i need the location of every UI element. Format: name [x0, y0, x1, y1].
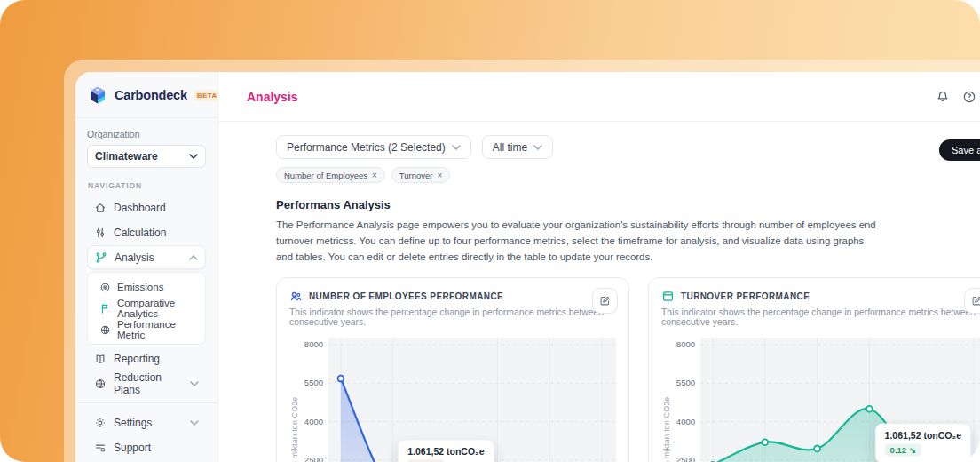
help-icon[interactable]: [962, 90, 976, 104]
save-as-pdf-button[interactable]: Save as PDF: [939, 139, 980, 161]
gear-icon: [94, 417, 107, 429]
card-title: NUMBER OF EMPLOYEES PERFORMANCE: [309, 291, 503, 301]
card-subtitle: This indicator shows the percentage chan…: [289, 307, 616, 327]
chip-label: Number of Employees: [284, 171, 368, 180]
tooltip-trend-badge: 0.12 ↘: [885, 443, 921, 456]
chip-turnover[interactable]: Turnover ×: [391, 167, 451, 183]
branch-icon: [95, 251, 107, 264]
sidebar-item-reduction-plans[interactable]: Reduction Plans: [87, 371, 206, 395]
employees-chart: Emisyon miktarı ton CO2e 800055004000250…: [289, 338, 616, 462]
page-body: Performance Metrics (2 Selected) All tim…: [218, 122, 980, 462]
card-subtitle: This indicator shows the percentage chan…: [661, 307, 980, 327]
metrics-dropdown[interactable]: Performance Metrics (2 Selected): [276, 135, 471, 159]
sidebar-item-label: Support: [114, 442, 151, 454]
app-window: Carbondeck BETA Organization Climateware…: [75, 72, 980, 462]
sidebar-item-label: Calculation: [114, 227, 166, 239]
edit-chart-button[interactable]: [964, 288, 980, 314]
page-title: Analysis: [247, 90, 298, 104]
filter-chips: Number of Employees × Turnover ×: [276, 167, 980, 183]
sidebar-item-label: Emissions: [117, 282, 163, 292]
timeframe-dropdown-value: All time: [493, 141, 527, 154]
sidebar-item-analysis[interactable]: Analysis: [87, 245, 206, 269]
sidebar-item-settings[interactable]: Settings: [87, 410, 206, 434]
sidebar-divider: [75, 117, 217, 118]
y-axis-label: Emisyon miktarı ton CO2e: [661, 338, 672, 462]
sidebar-divider: [75, 402, 217, 403]
app-background: Carbondeck BETA Organization Climateware…: [0, 0, 980, 462]
y-tick-label: 2500: [304, 455, 323, 462]
sidebar-item-reporting[interactable]: Reporting: [87, 346, 206, 370]
main-content: Analysis Performance Metrics (2 Selected…: [218, 72, 980, 462]
sidebar-item-calculation[interactable]: Calculation: [87, 220, 206, 244]
edit-chart-button[interactable]: [592, 288, 618, 314]
sidebar-item-performance-metric[interactable]: Performance Metric: [92, 319, 201, 340]
y-axis-label: Emisyon miktarı ton CO2e: [289, 338, 300, 462]
section-header: Performans Analysis The Performance Anal…: [276, 198, 980, 265]
tooltip-value: 1.061,52 tonCO₂e: [885, 429, 961, 440]
chip-number-of-employees[interactable]: Number of Employees ×: [276, 167, 385, 183]
organization-label: Organization: [87, 129, 206, 139]
organization-select[interactable]: Climateware: [87, 145, 206, 168]
turnover-performance-card: TURNOVER PERFORMANCE This indicator show…: [648, 277, 980, 462]
sidebar-item-label: Analysis: [115, 251, 154, 264]
timeframe-dropdown[interactable]: All time: [482, 135, 553, 159]
brand-name: Carbondeck: [115, 88, 187, 102]
trend-value: 0.12: [890, 445, 907, 455]
globe-icon: [94, 378, 107, 390]
y-tick-label: 8000: [304, 339, 323, 349]
chevron-down-icon: [190, 420, 199, 426]
sidebar-item-label: Reduction Plans: [114, 371, 176, 396]
topbar: Analysis: [218, 72, 980, 122]
brand-logo: Carbondeck BETA: [87, 84, 206, 106]
chip-label: Turnover: [399, 171, 433, 180]
chevron-down-icon: [189, 154, 198, 159]
close-icon[interactable]: ×: [372, 171, 377, 180]
sidebar-item-support[interactable]: Support: [87, 435, 206, 459]
carbondeck-cube-icon: [87, 84, 108, 106]
sidebar-item-label: Performance Metric: [117, 319, 194, 340]
home-icon: [94, 202, 107, 214]
tooltip-value: 1.061,52 tonCO₂e: [407, 446, 484, 457]
sidebar-item-dashboard[interactable]: Dashboard: [87, 195, 206, 219]
bell-icon[interactable]: [936, 90, 950, 104]
sidebar-item-label: Dashboard: [114, 202, 166, 214]
trend-arrow-icon: ↘: [909, 445, 916, 455]
section-description: The Performance Analysis page empowers y…: [276, 217, 878, 265]
close-icon[interactable]: ×: [438, 171, 443, 180]
sidebar-item-label: Comparative Analytics: [117, 298, 194, 319]
y-tick-label: 2500: [676, 455, 695, 462]
support-icon: [94, 442, 107, 454]
y-axis-ticks: 8000550040002500500: [300, 338, 325, 462]
navigation-section-label: NAVIGATION: [88, 181, 205, 190]
chevron-down-icon: [452, 145, 461, 150]
chevron-down-icon: [190, 381, 199, 386]
turnover-chart: Emisyon miktarı ton CO2e 800055004000250…: [661, 338, 980, 462]
sidebar-item-label: Settings: [114, 417, 152, 429]
sidebar-item-emissions[interactable]: Emissions: [92, 276, 201, 298]
globe-grid-icon: [99, 324, 111, 336]
y-tick-label: 8000: [676, 339, 695, 349]
beta-badge: BETA: [194, 90, 221, 101]
y-tick-label: 5500: [676, 378, 695, 387]
filter-bar: Performance Metrics (2 Selected) All tim…: [276, 135, 980, 159]
y-axis-ticks: 8000550040002500500: [672, 338, 697, 462]
chart-tooltip: 1.061,52 tonCO₂e 0.02 ↗: [398, 440, 494, 462]
organization-value: Climateware: [95, 150, 158, 163]
sidebar: Carbondeck BETA Organization Climateware…: [75, 72, 218, 462]
sliders-icon: [94, 227, 107, 239]
section-title: Performans Analysis: [276, 198, 980, 211]
card-title: TURNOVER PERFORMANCE: [681, 291, 810, 301]
chart-tooltip: 1.061,52 tonCO₂e 0.12 ↘: [875, 423, 971, 462]
chevron-down-icon: [533, 145, 542, 150]
sidebar-item-comparative-analytics[interactable]: Comparative Analytics: [92, 298, 201, 319]
book-icon: [94, 353, 107, 365]
employees-performance-card: NUMBER OF EMPLOYEES PERFORMANCE This ind…: [276, 277, 629, 462]
y-tick-label: 4000: [676, 417, 695, 426]
target-icon: [99, 282, 111, 293]
analysis-submenu: Emissions Comparative Analytics Performa…: [87, 272, 206, 345]
users-icon: [289, 290, 303, 303]
sidebar-item-label: Reporting: [114, 353, 160, 365]
metrics-dropdown-value: Performance Metrics (2 Selected): [287, 141, 446, 154]
flag-icon: [99, 303, 111, 315]
card-window-icon: [661, 290, 675, 303]
